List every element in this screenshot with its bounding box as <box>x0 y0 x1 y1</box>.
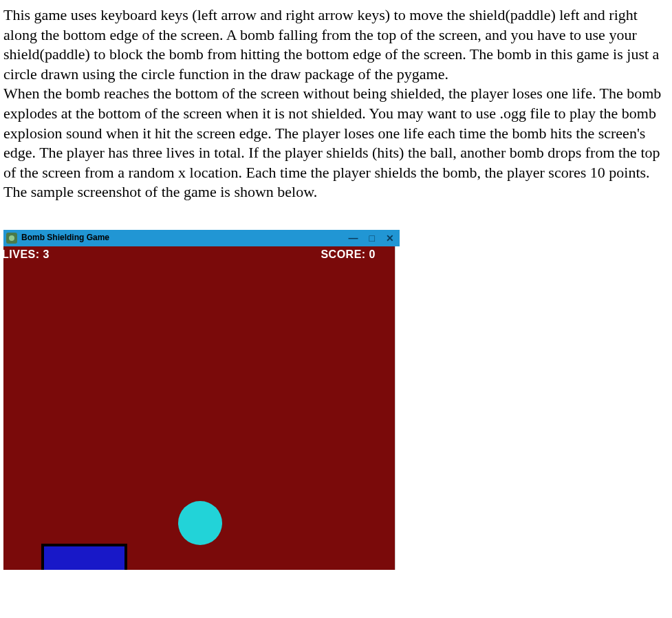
score-display: SCORE: 0 <box>321 248 376 262</box>
shield-paddle[interactable] <box>41 544 127 570</box>
description-paragraph-1: This game uses keyboard keys (left arrow… <box>3 6 669 84</box>
game-hud: LIVES: 3 SCORE: 0 <box>3 246 395 262</box>
title-bar-left: Bomb Shielding Game <box>6 233 109 244</box>
close-button[interactable]: ✕ <box>386 233 394 243</box>
window-title-bar: Bomb Shielding Game — □ ✕ <box>3 230 400 246</box>
window-title: Bomb Shielding Game <box>21 233 109 244</box>
minimize-button[interactable]: — <box>349 233 358 243</box>
window-controls: — □ ✕ <box>349 233 394 243</box>
bomb-circle <box>178 501 222 545</box>
game-canvas[interactable]: LIVES: 3 SCORE: 0 <box>3 246 395 570</box>
game-window: Bomb Shielding Game — □ ✕ LIVES: 3 SCORE… <box>3 230 400 570</box>
description-paragraph-2: When the bomb reaches the bottom of the … <box>3 84 669 182</box>
lives-display: LIVES: 3 <box>3 248 50 262</box>
pygame-icon <box>6 233 17 244</box>
game-description: This game uses keyboard keys (left arrow… <box>3 6 669 202</box>
description-paragraph-3: The sample screenshot of the game is sho… <box>3 182 669 202</box>
maximize-button[interactable]: □ <box>369 233 375 243</box>
